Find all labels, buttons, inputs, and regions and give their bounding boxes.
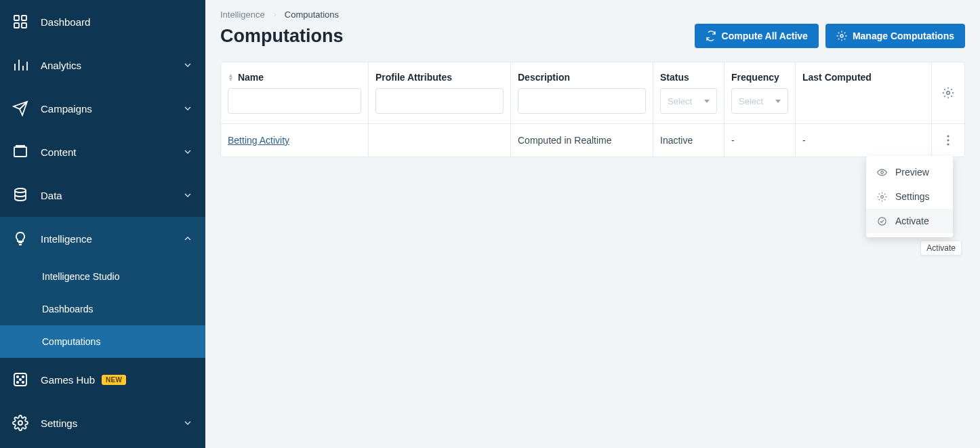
svg-point-19 (947, 135, 949, 137)
cell-description: Computed in Realtime (511, 124, 653, 157)
row-context-menu: Preview Settings Activate (866, 156, 953, 237)
sidebar-item-games-hub[interactable]: Games Hub NEW (0, 358, 205, 401)
gear-icon (942, 87, 954, 99)
compute-all-active-button[interactable]: Compute All Active (695, 24, 819, 48)
sidebar-item-data[interactable]: Data (0, 174, 205, 217)
title-row: Computations Compute All Active Manage C… (205, 20, 980, 62)
col-header-label: Name (238, 72, 264, 83)
chevron-down-icon (182, 146, 193, 157)
svg-rect-5 (16, 146, 24, 147)
sidebar-item-campaigns[interactable]: Campaigns (0, 87, 205, 130)
col-header-last-computed: Last Computed (796, 62, 932, 123)
menu-item-activate[interactable]: Activate (866, 209, 953, 233)
sidebar-item-dashboards[interactable]: Dashboards (0, 293, 205, 325)
svg-point-12 (22, 382, 24, 383)
sidebar-item-intelligence[interactable]: Intelligence (0, 217, 205, 260)
menu-item-label: Activate (895, 216, 929, 226)
chevron-down-icon (182, 418, 193, 428)
new-badge: NEW (102, 375, 126, 385)
select-placeholder: Select (668, 96, 692, 106)
cell-profile (369, 124, 511, 157)
more-vertical-icon (947, 135, 950, 146)
svg-rect-3 (22, 23, 26, 28)
sidebar-item-label: Campaigns (41, 103, 182, 115)
svg-rect-2 (14, 23, 19, 28)
col-header-label: Last Computed (802, 72, 872, 83)
breadcrumb-current: Computations (285, 9, 339, 20)
svg-point-20 (947, 139, 949, 141)
tooltip: Activate (920, 241, 962, 256)
analytics-icon (12, 57, 28, 73)
sidebar-item-label: Intelligence Studio (42, 271, 193, 282)
sidebar-item-dashboard[interactable]: Dashboard (0, 0, 205, 43)
sidebar-item-computations[interactable]: Computations (0, 325, 205, 358)
col-header-label: Status (660, 72, 689, 83)
filter-name-input[interactable] (228, 88, 361, 114)
cell-name: Betting Activity (221, 124, 369, 157)
table-settings-header[interactable] (932, 62, 964, 123)
col-header-description: Description (511, 62, 653, 123)
row-actions-button[interactable] (932, 124, 964, 157)
breadcrumb-parent[interactable]: Intelligence (220, 9, 265, 20)
button-label: Compute All Active (722, 30, 808, 41)
col-header-label: Profile Attributes (375, 72, 452, 83)
cell-frequency: - (724, 124, 796, 157)
sidebar-item-label: Analytics (41, 60, 182, 71)
sidebar-item-settings[interactable]: Settings (0, 401, 205, 445)
gear-icon (12, 415, 28, 431)
svg-rect-0 (14, 16, 19, 20)
chevron-up-icon (182, 233, 193, 244)
cell-last-computed: - (796, 124, 932, 157)
sidebar-item-label: Intelligence (41, 233, 182, 245)
svg-point-14 (840, 35, 843, 37)
computations-table: ▲▼ Name Profile Attributes (220, 62, 965, 157)
sidebar-item-label: Computations (42, 336, 193, 347)
col-header-name: ▲▼ Name (221, 62, 369, 123)
dashboard-icon (12, 14, 28, 30)
sidebar-item-intelligence-studio[interactable]: Intelligence Studio (0, 260, 205, 293)
filter-description-input[interactable] (518, 88, 646, 114)
gear-icon (836, 30, 847, 41)
filter-frequency-select[interactable]: Select (731, 88, 788, 114)
svg-point-21 (947, 143, 949, 145)
breadcrumb: Intelligence Computations (220, 9, 965, 20)
gear-icon (877, 192, 887, 202)
eye-icon (877, 167, 887, 178)
svg-point-8 (17, 376, 18, 378)
sidebar-item-content[interactable]: Content (0, 130, 205, 174)
menu-item-settings[interactable]: Settings (866, 184, 953, 209)
chevron-down-icon (182, 103, 193, 114)
header-actions: Compute All Active Manage Computations (695, 24, 965, 48)
svg-point-10 (20, 379, 21, 380)
manage-computations-button[interactable]: Manage Computations (825, 24, 965, 48)
svg-point-9 (22, 376, 24, 378)
filter-status-select[interactable]: Select (660, 88, 717, 114)
check-circle-icon (877, 216, 887, 226)
sidebar-item-label: Dashboard (41, 16, 193, 28)
col-header-frequency: Frequency Select (724, 62, 796, 123)
data-icon (12, 187, 28, 203)
sidebar: Dashboard Analytics Campaigns Content (0, 0, 205, 448)
sort-icon[interactable]: ▲▼ (228, 73, 234, 81)
main-content: Intelligence Computations Computations C… (205, 0, 980, 448)
page-title: Computations (220, 26, 344, 47)
svg-rect-4 (14, 147, 26, 157)
sidebar-item-analytics[interactable]: Analytics (0, 43, 205, 87)
breadcrumb-bar: Intelligence Computations (205, 0, 980, 20)
table-header-row: ▲▼ Name Profile Attributes (221, 62, 964, 124)
sidebar-item-label: Dashboards (42, 304, 193, 314)
games-icon (12, 371, 28, 388)
col-header-profile: Profile Attributes (369, 62, 511, 123)
filter-profile-input[interactable] (375, 88, 504, 114)
row-name-link[interactable]: Betting Activity (228, 135, 289, 146)
svg-point-24 (878, 217, 886, 224)
svg-point-22 (881, 171, 884, 174)
select-placeholder: Select (739, 96, 763, 106)
svg-point-23 (881, 195, 884, 198)
menu-item-label: Preview (895, 167, 929, 178)
svg-point-13 (18, 421, 22, 425)
col-header-label: Description (518, 72, 570, 83)
sidebar-item-label: Data (41, 190, 182, 201)
chevron-down-icon (182, 190, 193, 201)
menu-item-preview[interactable]: Preview (866, 160, 953, 184)
